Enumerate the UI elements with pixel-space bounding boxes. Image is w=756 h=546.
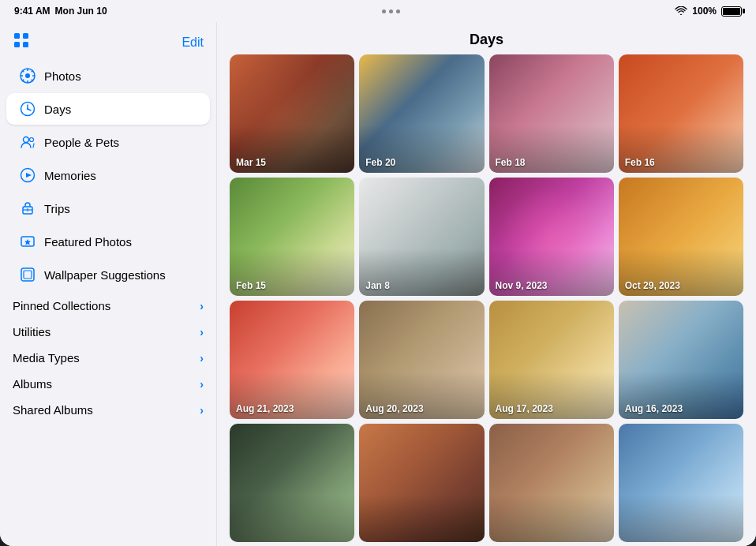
main-header: Days [217, 22, 756, 54]
utilities-chevron-icon: › [200, 326, 204, 338]
photo-cell[interactable]: Feb 15 [230, 178, 354, 296]
albums-label: Albums [13, 377, 52, 391]
photo-date: Oct 29, 2023 [625, 280, 680, 291]
status-time: 9:41 AM [14, 6, 51, 17]
main-title: Days [470, 32, 503, 47]
utilities-label: Utilities [13, 325, 51, 338]
sidebar-item-photos[interactable]: Photos [6, 60, 210, 92]
sidebar-section-media-types[interactable]: Media Types › [0, 343, 216, 369]
photo-cell[interactable]: Aug 21, 2023 [230, 301, 354, 419]
sidebar-item-days-label: Days [44, 103, 197, 116]
shared-albums-label: Shared Albums [13, 403, 93, 417]
dot-1 [382, 9, 386, 13]
photo-cell[interactable]: Jan 8 [359, 178, 484, 296]
photo-grid: Mar 15Feb 20Feb 18Feb 16Feb 15Jan 8Nov 9… [217, 54, 756, 546]
sidebar-section-shared-albums[interactable]: Shared Albums › [0, 395, 216, 421]
sidebar-item-wallpaper-label: Wallpaper Suggestions [44, 268, 197, 282]
memories-icon [19, 166, 36, 184]
trips-icon [19, 200, 36, 217]
days-icon [19, 100, 36, 118]
photo-date: Aug 21, 2023 [236, 403, 294, 414]
battery-fill [723, 8, 740, 15]
photo-date: Feb 16 [625, 157, 655, 168]
photo-cell[interactable]: Feb 16 [619, 54, 743, 173]
svg-rect-1 [23, 33, 28, 39]
svg-rect-3 [23, 42, 28, 47]
sidebar-item-trips[interactable]: Trips [6, 193, 210, 224]
sidebar-item-people-label: People & Pets [44, 136, 197, 149]
photo-cell[interactable]: Feb 20 [359, 54, 484, 173]
shared-albums-chevron-icon: › [200, 404, 204, 417]
sidebar-header: Edit [0, 28, 216, 59]
photo-date: Aug 20, 2023 [365, 403, 423, 414]
wallpaper-icon [19, 266, 36, 283]
edit-button[interactable]: Edit [182, 36, 204, 50]
svg-marker-24 [24, 239, 31, 245]
photo-date: Feb 15 [236, 280, 266, 291]
pinned-chevron-icon: › [200, 300, 204, 312]
photo-date: Jan 8 [365, 280, 390, 291]
sidebar-item-trips-label: Trips [44, 202, 197, 215]
photo-cell[interactable]: Aug 16, 2023 [619, 301, 743, 419]
photo-date: Aug 17, 2023 [496, 403, 553, 414]
photo-cell[interactable]: Mar 15 [230, 54, 354, 173]
photo-cell[interactable] [230, 424, 354, 542]
svg-rect-0 [14, 33, 20, 39]
photo-date: Feb 20 [365, 157, 395, 168]
media-types-label: Media Types [13, 351, 80, 365]
sidebar-item-memories[interactable]: Memories [6, 159, 210, 191]
svg-point-15 [27, 108, 28, 110]
sidebar-item-days[interactable]: Days [6, 93, 210, 125]
photos-icon [19, 67, 36, 84]
status-bar: 9:41 AM Mon Jun 10 100% [0, 0, 756, 22]
sidebar-item-photos-label: Photos [44, 69, 197, 83]
sidebar-item-featured[interactable]: Featured Photos [6, 226, 210, 257]
sidebar-item-memories-label: Memories [44, 169, 197, 182]
svg-marker-19 [26, 173, 32, 178]
photo-cell[interactable]: Nov 9, 2023 [489, 178, 614, 296]
pinned-collections-label: Pinned Collections [13, 299, 110, 312]
media-types-chevron-icon: › [200, 352, 204, 365]
photo-cell[interactable] [619, 424, 743, 542]
svg-rect-26 [24, 271, 32, 279]
battery-label: 100% [692, 6, 717, 17]
photo-cell[interactable] [489, 424, 614, 542]
sidebar-section-albums[interactable]: Albums › [0, 369, 216, 395]
svg-rect-2 [14, 42, 20, 47]
status-center-dots [382, 9, 400, 13]
featured-icon [19, 233, 36, 250]
svg-point-17 [30, 138, 34, 142]
sidebar-item-people-pets[interactable]: People & Pets [6, 126, 210, 158]
sidebar: Edit Photos [0, 22, 217, 546]
app-container: Edit Photos [0, 22, 756, 546]
photo-date: Mar 15 [236, 157, 266, 168]
photo-cell[interactable]: Oct 29, 2023 [619, 178, 743, 296]
people-pets-icon [19, 133, 36, 151]
photo-cell[interactable]: Aug 20, 2023 [359, 301, 484, 419]
dot-3 [396, 9, 400, 13]
main-content: Days Mar 15Feb 20Feb 18Feb 16Feb 15Jan 8… [217, 22, 756, 546]
svg-point-16 [24, 137, 29, 143]
dot-2 [389, 9, 393, 13]
sidebar-section-pinned[interactable]: Pinned Collections › [0, 291, 216, 317]
status-right: 100% [675, 6, 742, 17]
photo-date: Aug 16, 2023 [625, 403, 683, 414]
sidebar-item-wallpaper[interactable]: Wallpaper Suggestions [6, 259, 210, 290]
photo-cell[interactable] [359, 424, 484, 542]
battery-icon [721, 6, 742, 17]
wifi-icon [675, 6, 687, 16]
photo-cell[interactable]: Aug 17, 2023 [489, 301, 614, 419]
status-date: Mon Jun 10 [55, 6, 107, 17]
sidebar-item-featured-label: Featured Photos [44, 235, 197, 249]
sidebar-grid-icon [13, 32, 30, 53]
sidebar-section-utilities[interactable]: Utilities › [0, 317, 216, 343]
svg-point-5 [25, 73, 30, 78]
photo-date: Feb 18 [496, 157, 526, 168]
albums-chevron-icon: › [200, 378, 204, 391]
photo-cell[interactable]: Feb 18 [489, 54, 614, 173]
photo-date: Nov 9, 2023 [496, 280, 548, 291]
